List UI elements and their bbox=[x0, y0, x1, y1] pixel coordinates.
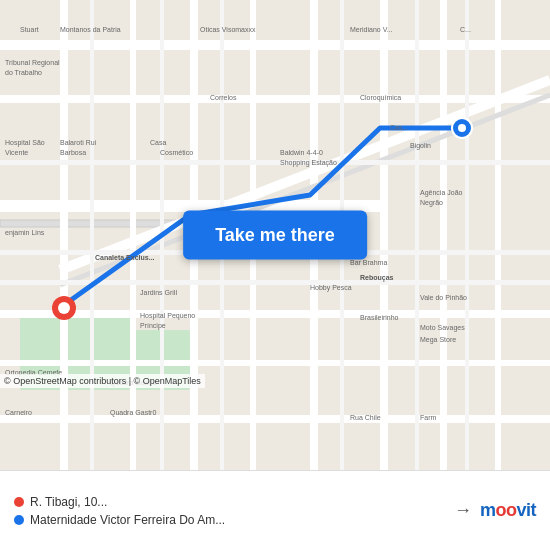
svg-text:Rua Chile: Rua Chile bbox=[350, 414, 381, 421]
svg-text:Baldwin 4-4-0: Baldwin 4-4-0 bbox=[280, 149, 323, 156]
svg-rect-24 bbox=[90, 0, 94, 470]
bottom-bar: R. Tibagi, 10... Maternidade Victor Ferr… bbox=[0, 470, 550, 550]
svg-rect-28 bbox=[415, 0, 419, 470]
svg-text:Mega Store: Mega Store bbox=[420, 336, 456, 344]
svg-text:Hobby Pesca: Hobby Pesca bbox=[310, 284, 352, 292]
svg-text:Balaroti Rui: Balaroti Rui bbox=[60, 139, 97, 146]
svg-rect-11 bbox=[60, 0, 68, 470]
svg-text:Quadra Gastr0: Quadra Gastr0 bbox=[110, 409, 156, 417]
svg-text:Bigolin: Bigolin bbox=[410, 142, 431, 150]
svg-text:do Trabalho: do Trabalho bbox=[5, 69, 42, 76]
svg-text:enjamin Lins: enjamin Lins bbox=[5, 229, 45, 237]
svg-text:Casa: Casa bbox=[150, 139, 166, 146]
svg-text:Rebouças: Rebouças bbox=[360, 274, 394, 282]
route-to: Maternidade Victor Ferreira Do Am... bbox=[14, 513, 446, 527]
svg-rect-12 bbox=[130, 0, 136, 470]
svg-text:Hospital Pequeno: Hospital Pequeno bbox=[140, 312, 195, 320]
svg-text:Correlos: Correlos bbox=[210, 94, 237, 101]
take-me-there-button[interactable]: Take me there bbox=[183, 211, 367, 260]
svg-text:Agência João: Agência João bbox=[420, 189, 463, 197]
svg-text:Farm: Farm bbox=[420, 414, 437, 421]
svg-text:Cas...: Cas... bbox=[390, 124, 408, 131]
to-label: Maternidade Victor Ferreira Do Am... bbox=[30, 513, 225, 527]
map-container: Stuart Montanos da Patria Oticas Visomax… bbox=[0, 0, 550, 470]
arrow-icon: → bbox=[446, 500, 480, 521]
route-from: R. Tibagi, 10... bbox=[14, 495, 446, 509]
from-label: R. Tibagi, 10... bbox=[30, 495, 107, 509]
svg-text:Jardins Grill: Jardins Grill bbox=[140, 289, 177, 296]
svg-text:Carneiro: Carneiro bbox=[5, 409, 32, 416]
svg-rect-18 bbox=[495, 0, 501, 470]
svg-text:Shopping Estação: Shopping Estação bbox=[280, 159, 337, 167]
svg-text:Negrão: Negrão bbox=[420, 199, 443, 207]
svg-text:Hospital São: Hospital São bbox=[5, 139, 45, 147]
svg-text:Moto Savages: Moto Savages bbox=[420, 324, 465, 332]
svg-text:Barbosa: Barbosa bbox=[60, 149, 86, 156]
svg-text:Stuart: Stuart bbox=[20, 26, 39, 33]
svg-text:Cloroquímica: Cloroquímica bbox=[360, 94, 401, 102]
svg-text:Vale do Pinhão: Vale do Pinhão bbox=[420, 294, 467, 301]
moovit-text: moovit bbox=[480, 500, 536, 521]
svg-text:Brasileirinho: Brasileirinho bbox=[360, 314, 399, 321]
moovit-logo: moovit bbox=[480, 500, 536, 521]
svg-text:Tribunal Regional: Tribunal Regional bbox=[5, 59, 60, 67]
svg-rect-16 bbox=[380, 0, 388, 470]
svg-point-31 bbox=[58, 302, 70, 314]
svg-point-33 bbox=[458, 124, 466, 132]
svg-text:Cosmético: Cosmético bbox=[160, 149, 193, 156]
to-dot bbox=[14, 515, 24, 525]
svg-rect-29 bbox=[465, 0, 469, 470]
svg-text:Montanos da Patria: Montanos da Patria bbox=[60, 26, 121, 33]
svg-text:Bar Brahma: Bar Brahma bbox=[350, 259, 387, 266]
svg-text:Meridiano V...: Meridiano V... bbox=[350, 26, 393, 33]
svg-text:Vicente: Vicente bbox=[5, 149, 28, 156]
from-dot bbox=[14, 497, 24, 507]
map-attribution: © OpenStreetMap contributors | © OpenMap… bbox=[0, 374, 205, 388]
svg-text:C...: C... bbox=[460, 26, 471, 33]
route-info: R. Tibagi, 10... Maternidade Victor Ferr… bbox=[14, 495, 446, 527]
svg-text:Oticas Visomaxxx: Oticas Visomaxxx bbox=[200, 26, 256, 33]
svg-rect-17 bbox=[440, 0, 447, 470]
svg-text:Canaleta Exclus...: Canaleta Exclus... bbox=[95, 254, 155, 261]
svg-text:Príncipe: Príncipe bbox=[140, 322, 166, 330]
